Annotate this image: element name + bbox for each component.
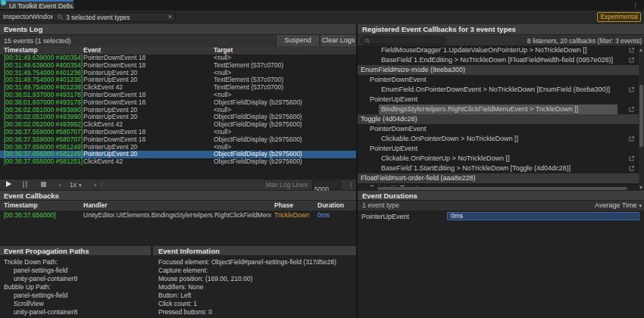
callback-tree-row[interactable]: Clickable.OnPointerDown > NoTrickleDown … [358, 134, 639, 144]
column-phase: Phase [274, 201, 293, 210]
step-back-icon[interactable] [59, 184, 61, 186]
experimental-badge: Experimental [597, 12, 641, 22]
callback-tree-row[interactable]: EnumField.OnPointerDownEvent > NoTrickle… [358, 85, 639, 95]
registered-callbacks-title: Registered Event Callbacks for 3 event t… [358, 24, 644, 35]
log-row[interactable]: [00:36:37.656000 #581251]ClickEvent 42Ob… [0, 158, 356, 166]
callbacks-search-input[interactable] [370, 36, 445, 45]
scroll-up-icon[interactable] [639, 48, 642, 51]
events-count-status: 15 events (1 selected) [4, 37, 71, 45]
open-source-icon[interactable] [628, 47, 635, 54]
callback-tree-row-selected[interactable]: BindingsStyleHelpers.RightClickFieldMenu… [358, 104, 639, 114]
clear-logs-button[interactable]: Clear Logs [320, 35, 356, 46]
event-callbacks-title: Event Callbacks [0, 191, 356, 201]
callback-tree-row[interactable]: BaseField`1.EndEditing > NoTrickleDown [… [358, 55, 639, 65]
events-log-title: Events Log [0, 24, 356, 35]
search-icon [57, 14, 64, 20]
max-log-lines-field[interactable] [312, 180, 341, 189]
search-icon [364, 38, 370, 44]
chevron-down-icon: ▾ [77, 182, 82, 188]
event-type-row[interactable]: PointerDownEvent [358, 75, 639, 85]
play-icon[interactable] [6, 181, 11, 187]
callback-tree-row[interactable]: BaseField`1.StartEditing > NoTrickleDown… [358, 164, 639, 173]
callback-row[interactable]: [00:36:37.656000] UnityEditor.UIElements… [0, 210, 356, 220]
bottom-section-divider [152, 246, 153, 318]
stop-icon[interactable] [41, 182, 46, 187]
duration-sort-dropdown[interactable]: Average Time▾ [595, 201, 642, 210]
open-source-icon[interactable] [628, 86, 635, 93]
column-handler: Handler [83, 201, 108, 210]
max-log-lines-label: Max Log Lines [250, 181, 308, 189]
event-information-content: Focused element: ObjectField#panel-setti… [158, 258, 354, 316]
propagation-paths-title: Event Propagation Paths [0, 246, 151, 256]
event-information-title: Event Information [153, 246, 356, 256]
open-source-icon[interactable] [628, 106, 635, 113]
open-source-icon[interactable] [628, 57, 635, 64]
log-options-menu-icon[interactable]: ⋮ [348, 180, 355, 189]
clear-search-icon[interactable]: × [168, 13, 172, 21]
duration-count: 1 event type [362, 201, 399, 210]
phase-value: TrickleDown [274, 210, 309, 220]
step-forward-icon[interactable] [94, 184, 96, 186]
listeners-summary: 8 listeners, 20 callbacks (filter: 3 eve… [527, 37, 642, 45]
event-type-row[interactable]: PointerUpEvent [358, 183, 639, 186]
callback-group-row[interactable]: EnumField#size-mode (8eeba300) [358, 65, 639, 75]
event-durations-subheader: 1 event type Average Time▾ [358, 201, 644, 210]
event-type-row[interactable]: PointerUpEvent [358, 144, 639, 154]
horizontal-scrollbar[interactable] [377, 187, 627, 190]
callbacks-tree: FieldMouseDragger`1.UpdateValueOnPointer… [358, 45, 639, 186]
propagation-paths-content: Trickle Down Path: panel-settings-field … [4, 258, 148, 316]
open-source-icon[interactable] [628, 155, 635, 162]
tab-strip: UI Toolkit Event Debugger ⋮ [0, 0, 644, 11]
open-source-icon[interactable] [628, 136, 635, 142]
duration-row[interactable]: PointerUpEvent 0ms [358, 211, 644, 222]
callbacks-search-field[interactable] [361, 36, 445, 45]
event-callbacks-column-headers: Timestamp Handler Phase Duration [0, 201, 356, 210]
panel-picker-dropdown[interactable]: InspectorWindow▾ [3, 13, 61, 20]
event-durations-title: Event Durations [358, 191, 644, 201]
event-type-row[interactable]: PointerDownEvent [358, 124, 639, 134]
event-type-row[interactable]: PointerUpEvent [358, 95, 639, 104]
callback-group-row[interactable]: Toggle (4d04dc28) [358, 114, 639, 124]
scrollbar-thumb[interactable] [639, 85, 643, 147]
chevron-down-icon: ▾ [636, 203, 642, 208]
window-menu-icon[interactable]: ⋮ [632, 1, 639, 10]
column-timestamp: Timestamp [4, 201, 38, 210]
vertical-scrollbar[interactable] [639, 47, 644, 191]
window-status-dot-icon [1, 0, 6, 5]
pause-icon[interactable] [23, 181, 28, 188]
timeline-tick [102, 182, 102, 187]
callback-tree-row[interactable]: FieldMouseDragger`1.UpdateValueOnPointer… [358, 45, 639, 55]
suspend-button[interactable]: Suspend [276, 35, 319, 46]
scroll-down-icon[interactable] [639, 186, 642, 189]
duration-bar: 0ms [447, 212, 639, 220]
events-log-table: [00:31:49.639000 #400354]PointerDownEven… [0, 55, 356, 179]
column-duration: Duration [317, 201, 344, 210]
search-input[interactable] [64, 14, 168, 21]
open-source-icon[interactable] [628, 165, 635, 172]
playback-speed-dropdown[interactable]: 1x▾ [70, 181, 82, 189]
event-type-search-field[interactable]: × [53, 12, 176, 22]
tab-event-debugger[interactable]: UI Toolkit Event Debugger [0, 0, 73, 9]
duration-value: 0ms [317, 210, 330, 220]
ui-toolkit-event-debugger-window: UI Toolkit Event Debugger ⋮ InspectorWin… [0, 0, 644, 318]
callback-group-row[interactable]: FloatField#sort-order-field (aaa8e228) [358, 173, 639, 183]
callback-tree-row[interactable]: Clickable.OnPointerUp > NoTrickleDown [] [358, 154, 639, 164]
